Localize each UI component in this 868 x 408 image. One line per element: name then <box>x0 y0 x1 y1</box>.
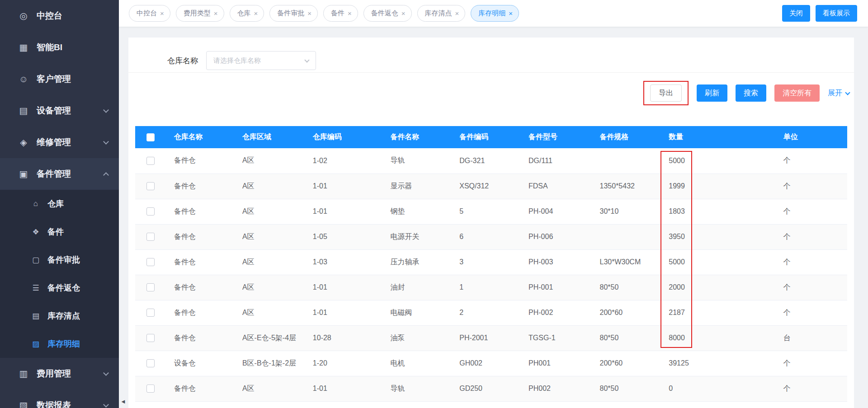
sidebar-item-customer-mgmt[interactable]: ☺客户管理 <box>0 63 119 95</box>
row-checkbox[interactable] <box>146 309 155 317</box>
chevron-down-icon <box>304 57 309 62</box>
sidebar-item-expense-mgmt[interactable]: ▥费用管理 <box>0 358 119 389</box>
expand-link[interactable]: 展开 <box>828 89 849 98</box>
close-icon[interactable]: × <box>509 10 513 17</box>
cell: 200*60 <box>592 351 661 376</box>
close-button[interactable]: 关闭 <box>782 5 810 22</box>
report-icon: ▧ <box>18 400 29 408</box>
divider <box>128 72 854 73</box>
close-icon[interactable]: × <box>401 10 406 17</box>
search-button[interactable]: 搜索 <box>736 84 766 102</box>
sidebar-item-label: 库存明细 <box>47 338 80 349</box>
chevron-down-icon <box>103 107 109 113</box>
row-select-cell <box>135 351 166 376</box>
cell: 电磁阀 <box>382 300 452 325</box>
cell: A区 <box>234 275 305 300</box>
cell: PH-004 <box>520 199 592 224</box>
export-button[interactable]: 导出 <box>650 84 682 102</box>
row-select-cell <box>135 224 166 249</box>
export-annotation-box: 导出 <box>643 81 689 105</box>
scroll-left-arrow[interactable]: ◄ <box>120 399 126 404</box>
cell: 备件仓 <box>166 199 234 224</box>
cell: PH002 <box>520 376 592 401</box>
close-icon[interactable]: × <box>307 10 311 17</box>
sidebar-item-smart-bi[interactable]: ▦智能BI <box>0 32 119 63</box>
sidebar-item-spare-parts[interactable]: ❖备件 <box>0 218 119 246</box>
customers-icon: ☺ <box>18 74 29 84</box>
tab-spare-parts[interactable]: 备件× <box>323 5 358 22</box>
cell: GD250 <box>451 376 520 401</box>
row-checkbox[interactable] <box>146 283 155 291</box>
cell: 备件仓 <box>166 275 234 300</box>
sidebar-item-console[interactable]: ◎中控台 <box>0 0 119 32</box>
close-icon[interactable]: × <box>455 10 459 17</box>
cell <box>592 148 661 174</box>
cell <box>592 224 661 249</box>
row-checkbox[interactable] <box>146 233 155 241</box>
sidebar-item-label: 备件返仓 <box>47 282 80 293</box>
cell: 个 <box>775 174 847 199</box>
tab-spare-approval[interactable]: 备件审批× <box>269 5 318 22</box>
spare-parts-icon: ▣ <box>18 169 29 179</box>
tab-inventory-detail[interactable]: 库存明细× <box>471 5 519 22</box>
tab-inventory-count[interactable]: 库存清点× <box>417 5 466 22</box>
close-icon[interactable]: × <box>214 10 218 17</box>
cell: GH002 <box>451 351 520 376</box>
clear-all-button[interactable]: 清空所有 <box>774 84 820 102</box>
cell: 个 <box>775 224 847 249</box>
row-checkbox[interactable] <box>146 258 155 266</box>
close-icon[interactable]: × <box>254 10 258 17</box>
column-header: 备件编码 <box>451 126 520 148</box>
expense-icon: ▥ <box>18 368 29 379</box>
table-row: 备件仓A区1-01电磁阀2PH-002200*602187个 <box>135 300 847 325</box>
warehouse-name-label: 仓库名称 <box>167 56 198 66</box>
select-all-checkbox[interactable] <box>146 133 155 141</box>
sidebar-item-spare-approval[interactable]: ▢备件审批 <box>0 246 119 274</box>
refresh-button[interactable]: 刷新 <box>697 84 727 102</box>
cell: 1999 <box>660 174 775 199</box>
cell: PH-2001 <box>451 325 520 351</box>
sidebar-item-label: 客户管理 <box>37 73 71 85</box>
row-checkbox[interactable] <box>146 359 155 367</box>
cell: 1-20 <box>305 351 382 376</box>
tab-label: 库存清点 <box>425 9 452 18</box>
sidebar-item-inventory-detail[interactable]: ▨库存明细 <box>0 330 119 358</box>
column-header: 备件名称 <box>382 126 452 148</box>
tab-label: 费用类型 <box>184 9 211 18</box>
cell: 备件仓 <box>166 249 234 275</box>
row-checkbox[interactable] <box>146 157 155 165</box>
cell: L30*W30CM <box>592 249 661 275</box>
cell: A区-E仓-5架-4层 <box>234 325 305 351</box>
tab-console[interactable]: 中控台× <box>129 5 170 22</box>
row-checkbox[interactable] <box>146 182 155 190</box>
sidebar-item-label: 备件审批 <box>47 254 80 265</box>
sidebar-item-repair-mgmt[interactable]: ◈维修管理 <box>0 127 119 158</box>
row-checkbox[interactable] <box>146 385 155 393</box>
row-checkbox[interactable] <box>146 207 155 216</box>
count-icon: ▤ <box>30 311 41 321</box>
tab-warehouse[interactable]: 仓库× <box>230 5 264 22</box>
close-icon[interactable]: × <box>348 10 352 17</box>
cell: 2 <box>451 300 520 325</box>
row-checkbox[interactable] <box>146 334 155 342</box>
cell: 1-02 <box>305 148 382 174</box>
cell: 1-01 <box>305 300 382 325</box>
sidebar-item-spare-return[interactable]: ☰备件返仓 <box>0 274 119 302</box>
sidebar-item-device-mgmt[interactable]: ▤设备管理 <box>0 95 119 127</box>
sidebar-item-label: 备件管理 <box>37 168 71 180</box>
cell: A区 <box>234 174 305 199</box>
tab-label: 备件审批 <box>277 9 304 18</box>
sidebar-item-spare-parts-mgmt[interactable]: ▣备件管理 <box>0 158 119 190</box>
sidebar-item-warehouse[interactable]: ⌂仓库 <box>0 190 119 218</box>
warehouse-select[interactable]: 请选择仓库名称 <box>206 51 316 70</box>
column-header: 仓库名称 <box>166 126 234 148</box>
tab-expense-type[interactable]: 费用类型× <box>176 5 224 22</box>
board-display-button[interactable]: 看板展示 <box>816 5 857 22</box>
cell: 1-01 <box>305 199 382 224</box>
tab-spare-return[interactable]: 备件返仓× <box>363 5 412 22</box>
sidebar-item-data-report[interactable]: ▧数据报表 <box>0 389 119 408</box>
cell: 备件仓 <box>166 224 234 249</box>
cell: 备件仓 <box>166 148 234 174</box>
sidebar-item-inventory-count[interactable]: ▤库存清点 <box>0 302 119 330</box>
close-icon[interactable]: × <box>160 10 164 17</box>
